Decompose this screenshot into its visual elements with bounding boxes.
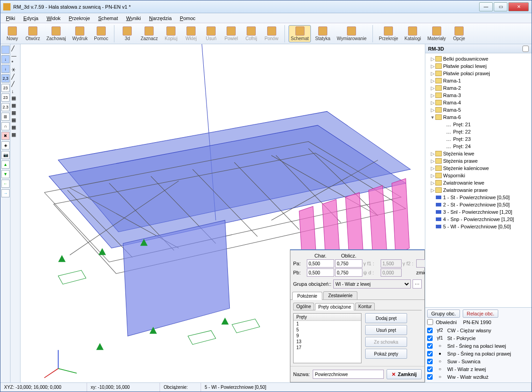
tree-item[interactable]: ▷Wsporniki (427, 172, 530, 179)
tool-icon[interactable]: ⊞ (1, 113, 10, 121)
tool-icon[interactable]: ▦ (11, 124, 19, 130)
tree-item[interactable]: ▷Rama-2 (427, 84, 530, 92)
btn-grupy[interactable]: Grupy obc. (427, 309, 460, 318)
toolbar-zaznacz[interactable]: Zaznacz (138, 25, 160, 42)
menu-pliki[interactable]: Pliki (2, 15, 19, 22)
tree-item[interactable]: ▷Płatwie połaci prawej (427, 70, 530, 77)
loadcase-row[interactable]: ●Snp - Śnieg na połaci prawej (427, 350, 530, 357)
loadcase-checkbox[interactable] (427, 374, 433, 380)
tool-icon[interactable]: ╱ (11, 46, 19, 52)
toolbar-wymiarowanie[interactable]: Wymiarowanie (335, 25, 369, 42)
toolbar-statyka[interactable]: Statyka (313, 25, 332, 42)
tool-icon[interactable]: 2,3 (1, 74, 10, 83)
chk-obwiedni[interactable] (427, 319, 433, 325)
toolbar-opcje[interactable]: Opcje (450, 25, 468, 42)
subtab-prety[interactable]: Pręty obciążone (315, 303, 354, 310)
tool-icon[interactable]: ∩ (1, 122, 10, 130)
menu-edycja[interactable]: Edycja (20, 15, 42, 22)
tree-item[interactable]: …Pręt: 24 (427, 143, 530, 150)
tool-icon[interactable]: 23 (1, 93, 10, 102)
toolbar-zachowaj[interactable]: Zachowaj (44, 25, 68, 42)
btn-usun[interactable]: Usuń pręt (365, 325, 407, 335)
menu-narzędzia[interactable]: Narzędzia (145, 15, 176, 22)
toolbar-materiały[interactable]: Materiały (425, 25, 449, 42)
tree-item[interactable]: …Pręt: 23 (427, 135, 530, 143)
loadcase-checkbox[interactable] (427, 335, 433, 341)
menu-pomoc[interactable]: Pomoc (176, 15, 199, 22)
close-button[interactable]: ✕ (508, 2, 529, 11)
loadcase-checkbox[interactable] (427, 328, 433, 333)
toolbar-otwórz[interactable]: Otwórz (23, 25, 42, 42)
minimize-button[interactable]: — (479, 2, 493, 11)
prety-row[interactable]: 13 (294, 339, 361, 345)
tool-icon[interactable]: ▼ (1, 170, 10, 178)
toolbar-pomoc[interactable]: Pomoc (92, 25, 110, 42)
loadcase-checkbox[interactable] (427, 351, 433, 356)
toolbar-schemat[interactable]: Schemat (289, 25, 311, 42)
tab-polozenie[interactable]: Położenie (292, 292, 322, 300)
menu-schemat[interactable]: Schemat (94, 15, 121, 22)
subtab-kontur[interactable]: Kontur (355, 303, 375, 310)
viewport-3d[interactable]: Char. Oblicz. Pa: γ f1 : γ f2 : Pb: ψ d … (21, 44, 425, 382)
loadcase-checkbox[interactable] (427, 343, 433, 349)
tree-item[interactable]: ▷Belki podsuwnicowe (427, 55, 530, 62)
toolbar-wydruk[interactable]: Wydruk (70, 25, 90, 42)
toolbar-przekroje[interactable]: Przekroje (377, 25, 400, 42)
tree-item[interactable]: ▷Rama-4 (427, 99, 530, 106)
ellipsis-button[interactable]: … (413, 279, 422, 289)
toolbar-3d[interactable]: 3d (118, 25, 136, 42)
tree-item[interactable]: ▷Zwiatrowanie lewe (427, 179, 530, 186)
tree-item[interactable]: 3 - Snl - Powierzchniowe [1,20] (427, 208, 530, 216)
subtab-ogolne[interactable]: Ogólne (293, 303, 314, 310)
input-pb-oblicz[interactable] (335, 268, 362, 277)
loadcase-row[interactable]: ○Snl - Śnieg na połaci lewej (427, 342, 530, 350)
tool-icon[interactable]: * (11, 60, 19, 65)
select-grupa[interactable]: Wl - Wiatr z lewej (333, 279, 411, 289)
loadcase-row[interactable]: ○Ww - Wiatr wzdłuż (427, 373, 530, 381)
project-tree[interactable]: ▷Belki podsuwnicowe▷Płatwie połaci lewej… (425, 53, 532, 307)
menu-przekroje[interactable]: Przekroje (65, 15, 93, 22)
tree-item[interactable]: ▷Zwiatrowanie prawe (427, 186, 530, 194)
tree-item[interactable]: 4 - Snp - Powierzchniowe [1,20] (427, 216, 530, 223)
tool-icon[interactable]: ▦ (11, 95, 19, 101)
loadcase-row[interactable]: ○Suw - Suwnica (427, 357, 530, 365)
tool-icon[interactable]: ▦ (11, 132, 19, 138)
tree-item[interactable]: ▾Rama-6 (427, 113, 530, 121)
tool-icon[interactable]: ▦ (11, 117, 19, 123)
btn-zamknij[interactable]: ✕Zamknij (387, 369, 422, 379)
tree-item[interactable]: 5 - Wl - Powierzchniowe [0,50] (427, 223, 530, 230)
tool-icon[interactable]: ◈ (1, 141, 10, 150)
menu-wyniki[interactable]: Wyniki (123, 15, 145, 22)
tool-icon[interactable] (1, 46, 10, 54)
input-nazwa[interactable] (313, 370, 384, 379)
tool-icon[interactable]: ▦ (11, 103, 19, 108)
loadcase-checkbox[interactable] (427, 359, 433, 364)
tree-item[interactable]: ▷Rama-5 (427, 106, 530, 113)
tree-item[interactable]: ▷Rama-3 (427, 92, 530, 99)
tree-item[interactable]: ▷Stężenia prawe (427, 157, 530, 165)
tool-icon[interactable]: ← (1, 180, 10, 188)
tool-icon[interactable]: 23 (1, 84, 10, 92)
tool-icon[interactable]: ▲ (1, 160, 10, 169)
btn-dodaj[interactable]: Dodaj pręt (365, 313, 407, 323)
prety-row[interactable]: 17 (294, 345, 361, 351)
tool-icon[interactable]: ▦ (11, 110, 19, 116)
tree-item[interactable]: ▷Stężenia lewe (427, 150, 530, 157)
toolbar-nowy[interactable]: Nowy (3, 25, 21, 42)
tool-icon[interactable]: ↓ (1, 65, 10, 73)
loadcase-row[interactable]: γf1St - Pokrycie (427, 334, 530, 342)
tool-icon[interactable]: ✖ (1, 132, 10, 140)
prety-list[interactable]: Pręty 1591317 (293, 313, 362, 363)
tool-icon[interactable]: 2.3 (1, 103, 10, 111)
tree-item[interactable]: …Pręt: 21 (427, 121, 530, 128)
tree-item[interactable]: …Pręt: 22 (427, 128, 530, 135)
prety-row[interactable]: 5 (294, 327, 361, 333)
input-pa-char[interactable] (307, 259, 334, 268)
prety-row[interactable]: 1 (294, 321, 361, 327)
tree-item[interactable]: ▷Płatwie połaci lewej (427, 62, 530, 70)
camera-icon[interactable]: 📷 (1, 151, 10, 159)
tool-icon[interactable]: ↓ (1, 55, 10, 63)
maximize-button[interactable]: ▭ (494, 2, 507, 11)
tree-item[interactable]: 2 - St - Powierzchniowe [0,50] (427, 201, 530, 208)
loadcase-row[interactable]: γf2CW - Ciężar własny (427, 326, 530, 334)
